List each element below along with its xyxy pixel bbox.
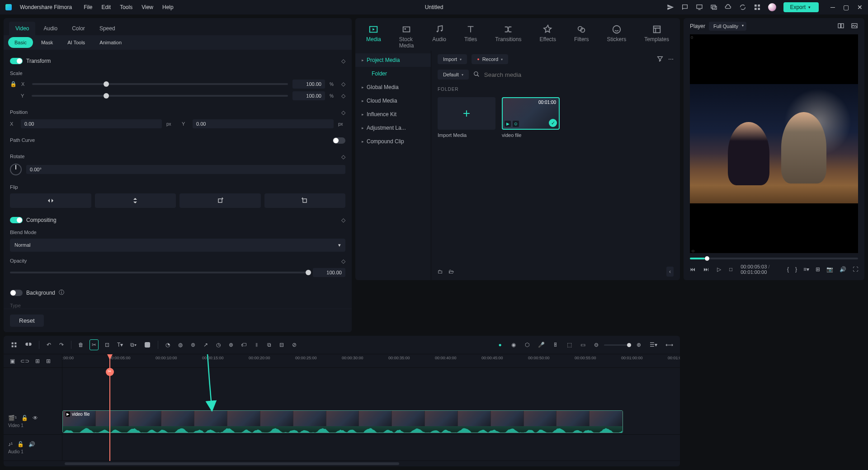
info-icon[interactable]: ⓘ [59,289,64,296]
rotate-ccw-button[interactable] [264,193,346,208]
more-icon[interactable]: ⋯ [668,56,674,62]
target-icon[interactable]: ⊕ [227,340,235,349]
rotate-dial[interactable] [10,164,22,175]
pos-x-input[interactable]: 0.00 [21,119,162,128]
voiceover-icon[interactable]: ◉ [509,340,518,349]
menu-file[interactable]: File [84,4,92,10]
path-toggle[interactable] [333,137,345,144]
image-icon[interactable] [851,22,858,31]
tab-templates[interactable]: Templates [642,23,672,51]
subtab-animation[interactable]: Animation [93,37,128,48]
text-icon[interactable]: T▾ [116,340,124,349]
close-button[interactable]: ✕ [857,4,863,11]
video-track-lane[interactable]: video file [62,409,680,435]
fit-icon[interactable]: ⟷ [664,340,675,349]
blend-mode-select[interactable]: Normal [10,239,345,252]
speed-icon[interactable]: ◔ [164,340,172,349]
transform-toggle[interactable] [10,58,23,64]
subtab-basic[interactable]: Basic [8,37,33,48]
undo-icon[interactable]: ↶ [45,340,53,349]
mask-icon[interactable]: ⊘ [290,340,298,349]
tab-effects[interactable]: Effects [537,23,558,51]
opacity-input[interactable]: 100.00 [313,268,345,277]
crop-icon[interactable]: ⊡ [103,340,111,349]
scale-x-input[interactable]: 100.00 [292,80,325,89]
sort-dropdown[interactable]: Default [438,70,469,80]
snapshot-icon[interactable]: 📷 [826,266,833,273]
quality-dropdown[interactable]: Full Quality [709,22,746,31]
rotate-input[interactable]: 0.00° [26,165,345,174]
tab-audio-insp[interactable]: Audio [37,22,64,35]
track-link-icon[interactable]: ⊂⊃ [19,357,31,366]
marker2-icon[interactable]: ⬡ [523,340,531,349]
track-new-icon[interactable]: ▣ [8,357,16,366]
subtab-ai[interactable]: AI Tools [61,37,91,48]
sidebar-global-media[interactable]: Global Media [355,80,431,94]
player-scrubber[interactable] [690,258,858,259]
sidebar-compound-clip[interactable]: Compound Clip [355,135,431,148]
mixer-icon[interactable]: 🎚 [552,340,560,349]
preview-viewport[interactable] [690,34,858,253]
redo-icon[interactable]: ↷ [57,340,66,349]
step-button[interactable]: ⏭ [703,266,709,273]
view-icon[interactable]: ☰▾ [648,340,659,349]
tab-speed[interactable]: Speed [93,22,122,35]
lock-icon[interactable]: 🔒 [10,81,17,87]
sidebar-influence-kit[interactable]: Influence Kit [355,108,431,121]
copy-icon[interactable]: ⧉▾ [129,340,138,349]
list-icon[interactable]: ≡▾ [803,266,809,273]
video-clip[interactable]: video file [62,410,623,433]
audio-icon[interactable]: ♪¹ [8,441,13,447]
delete-icon[interactable]: 🗑 [77,340,85,349]
zoom-slider[interactable] [604,344,631,346]
collapse-sidebar[interactable]: ‹ [666,267,674,277]
lock-video-icon[interactable]: 🔓 [21,415,28,421]
sidebar-project-media[interactable]: Project Media [355,53,431,67]
reset-button[interactable]: Reset [10,315,44,327]
track-toggle-icon[interactable]: ⊞ [33,357,42,366]
tab-stickers[interactable]: Stickers [604,23,629,51]
hide-video-icon[interactable]: 👁 [33,415,38,421]
menu-tools[interactable]: Tools [120,4,132,10]
mic-icon[interactable]: 🎤 [537,340,546,349]
folder-icon[interactable]: 🗀 [438,268,443,275]
export-button[interactable]: Export [783,2,819,12]
layout-icon[interactable] [837,22,844,31]
opacity-slider[interactable] [10,272,308,273]
menu-edit[interactable]: Edit [102,4,111,10]
subtab-mask[interactable]: Mask [35,37,59,48]
mute-video-icon[interactable]: 🎬¹ [8,415,17,421]
filter-icon[interactable] [656,55,664,64]
mute-audio-icon[interactable]: 🔊 [28,441,35,447]
tab-video[interactable]: Video [9,22,35,35]
send-icon[interactable] [667,4,674,11]
menu-help[interactable]: Help [162,4,174,10]
render-icon[interactable]: ● [496,340,504,349]
screen-icon[interactable]: ⊞ [816,266,820,273]
split-button[interactable]: ✂ [90,339,99,350]
track-mute-icon[interactable]: ⊞ [44,357,52,366]
magnet-icon[interactable] [9,340,19,350]
sidebar-cloud-media[interactable]: Cloud Media [355,94,431,108]
prev-frame-button[interactable]: ⏮ [690,266,695,273]
play-button[interactable]: ▷ [717,266,721,273]
timeline-scrollbar[interactable] [4,461,680,466]
scale-y-input[interactable]: 100.00 [292,91,325,100]
clock-icon[interactable]: ◷ [214,340,222,349]
stop-button[interactable]: □ [729,266,732,273]
export-clip-icon[interactable]: ↗ [202,340,210,349]
flip-h-button[interactable] [10,193,91,208]
scale-x-slider[interactable] [32,83,288,85]
import-button[interactable]: Import [438,54,467,64]
tab-media[interactable]: Media [363,23,384,51]
user-avatar[interactable] [768,3,776,11]
compositing-toggle[interactable] [10,217,23,223]
rotate-cw-button[interactable] [179,193,261,208]
sidebar-adjustment-layer[interactable]: Adjustment La... [355,121,431,135]
lock-audio-icon[interactable]: 🔓 [17,441,24,447]
tab-audio[interactable]: Audio [429,23,449,51]
tab-color[interactable]: Color [66,22,91,35]
pos-y-input[interactable]: 0.00 [193,119,334,128]
import-media-tile[interactable]: + Import Media [438,97,495,138]
maximize-button[interactable]: ▢ [843,4,849,11]
